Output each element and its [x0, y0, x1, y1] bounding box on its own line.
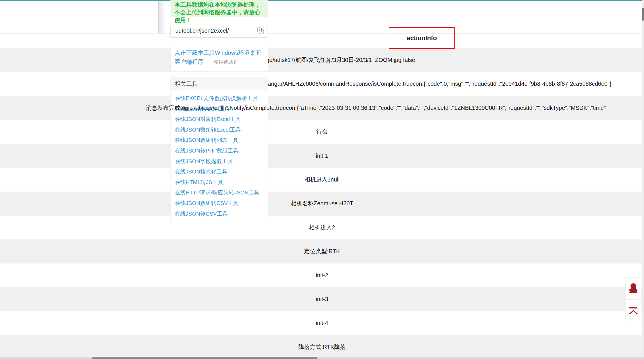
- table-row: angar/AHLHZc0006/commandResponse/isCompl…: [0, 72, 644, 96]
- list-item: 在线JSON字段提取工具: [171, 156, 268, 167]
- json2excel-page: 开始下载/storage/udisk17/航图/复飞任务/3月30日-20/3/…: [0, 0, 644, 359]
- related-tool-link[interactable]: 在线JSON格式化工具: [175, 169, 227, 175]
- result-table: 开始下载/storage/udisk17/航图/复飞任务/3月30日-20/3/…: [0, 48, 644, 359]
- qq-contact-button[interactable]: [625, 277, 641, 300]
- floating-buttons: [625, 277, 641, 322]
- json-input-panel[interactable]: [0, 1, 159, 33]
- related-tools-title: 相关工具: [171, 77, 268, 90]
- table-cell: 相机进入2: [309, 216, 335, 239]
- column-header-label: actionInfo: [407, 34, 437, 42]
- table-row: init-2: [0, 264, 644, 287]
- list-item: 在线JSON格式化工具: [171, 167, 268, 177]
- tool-url-text: uutool.cn/json2excel/: [171, 28, 256, 34]
- list-item: 在线JSON数组转Excel工具: [171, 125, 268, 135]
- table-row: init-1: [0, 144, 644, 168]
- table-cell: 降落方式:RTK降落: [298, 335, 345, 359]
- action-info-header-highlight: actionInfo: [389, 27, 455, 49]
- table-cell: 消息发布完成topic:/ah/uav/onlineNotify/isCompl…: [146, 96, 606, 120]
- table-cell: angar/AHLHZc0006/commandResponse/isCompl…: [268, 72, 612, 96]
- table-cell: 相机名称Zenmuse H20T: [291, 192, 353, 215]
- table-cell: init-3: [316, 287, 328, 311]
- list-item: 在线JSON转CSV工具: [171, 209, 268, 219]
- related-tool-link[interactable]: 在线JSON数组转列表工具: [175, 137, 238, 143]
- table-row: 相机名称Zenmuse H20T: [0, 192, 644, 215]
- related-tool-link[interactable]: 在线JSON数组转Excel工具: [175, 127, 241, 133]
- list-item: 在线HTTP请求/响应头转JSON工具: [171, 188, 268, 198]
- table-cell: 相机进入1null: [305, 168, 339, 192]
- table-row: init-3: [0, 287, 644, 311]
- horizontal-scrollbar-thumb[interactable]: [92, 357, 317, 359]
- related-tool-link[interactable]: 在线HTML转JS工具: [175, 179, 223, 185]
- panel-shadow: [159, 1, 166, 33]
- list-item: 在线JSON数组转列表工具: [171, 135, 268, 146]
- back-to-top-icon: [629, 307, 638, 315]
- vertical-scrollbar-track[interactable]: [642, 0, 644, 359]
- table-cell: init-1: [316, 144, 328, 168]
- privacy-notice: 本工具数据均在本地浏览器处理，不会上传到网络服务器中，请放心使用！: [170, 0, 268, 17]
- related-tool-link[interactable]: 在线JSON数组转CSV工具: [175, 200, 239, 206]
- horizontal-scrollbar-track[interactable]: [0, 357, 644, 359]
- list-item: 在线JSON数组转CSV工具: [171, 198, 268, 209]
- help-link[interactable]: 使用帮助?: [214, 59, 236, 65]
- table-row: 降落方式:RTK降落: [0, 335, 644, 359]
- copy-icon[interactable]: [256, 27, 265, 35]
- back-to-top-button[interactable]: [625, 300, 641, 322]
- list-item: 在线JSON转PHP数组工具: [171, 146, 268, 156]
- table-row: init-4: [0, 311, 644, 335]
- table-row: 待命: [0, 120, 644, 144]
- table-cell: init-2: [316, 264, 328, 287]
- table-row: 定位类型:RTK: [0, 239, 644, 263]
- table-cell: init-4: [316, 311, 328, 335]
- related-tool-link[interactable]: 在线HTTP请求/响应头转JSON工具: [175, 190, 260, 196]
- qq-penguin-icon: [628, 283, 639, 294]
- table-row: 开始下载/storage/udisk17/航图/复飞任务/3月30日-20/3/…: [0, 48, 644, 72]
- tool-url-box[interactable]: uutool.cn/json2excel/: [170, 24, 268, 38]
- list-item: 在线HTML转JS工具: [171, 177, 268, 188]
- related-tool-link[interactable]: 在线JSON转CSV工具: [175, 211, 228, 217]
- related-tool-link[interactable]: 在线JSON字段提取工具: [175, 158, 233, 164]
- table-cell: 定位类型:RTK: [304, 239, 340, 263]
- table-row: 消息发布完成topic:/ah/uav/onlineNotify/isCompl…: [0, 96, 644, 120]
- client-download-card: 点击下载本工具Windows环境桌面客户端程序使用帮助?: [170, 45, 268, 71]
- vertical-scrollbar-thumb[interactable]: [642, 8, 644, 21]
- table-row: 相机进入1null: [0, 168, 644, 192]
- table-header-divider: [0, 33, 644, 34]
- table-cell: 待命: [316, 120, 328, 144]
- table-row: 相机进入2: [0, 216, 644, 239]
- related-tool-link[interactable]: 在线JSON转PHP数组工具: [175, 148, 239, 154]
